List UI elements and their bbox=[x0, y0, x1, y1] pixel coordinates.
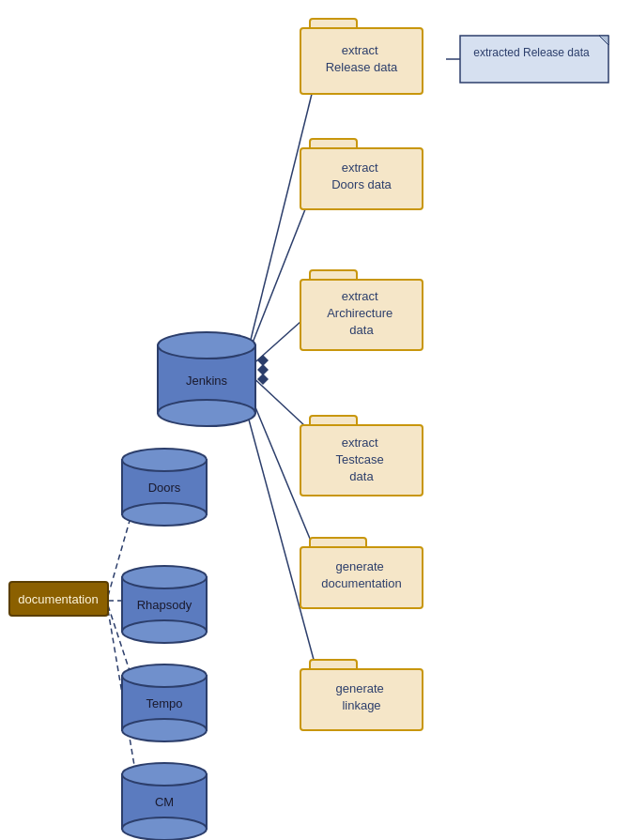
svg-point-20 bbox=[122, 449, 207, 471]
svg-rect-4 bbox=[460, 36, 608, 83]
svg-point-17 bbox=[158, 332, 255, 359]
svg-point-23 bbox=[122, 566, 207, 588]
cylinder-rhapsody-label: Rhapsody bbox=[137, 598, 192, 612]
cylinder-doors-label: Doors bbox=[148, 481, 181, 495]
svg-point-24 bbox=[122, 620, 207, 643]
note-extracted-release: extracted Release data bbox=[460, 36, 608, 83]
cylinder-cm: CM bbox=[122, 763, 207, 840]
architecture-diagram: extract Release data extracted Release d… bbox=[0, 0, 631, 840]
svg-point-30 bbox=[122, 817, 207, 840]
folder-extract-arch: extract Archirecture data bbox=[300, 270, 423, 350]
doc-box: documentation bbox=[9, 582, 108, 616]
folder-extract-testcase: extract Testcase data bbox=[300, 416, 423, 496]
folder-extract-doors: extract Doors data bbox=[300, 139, 423, 209]
cylinder-jenkins-label: Jenkins bbox=[186, 374, 228, 388]
svg-point-29 bbox=[122, 763, 207, 786]
svg-point-27 bbox=[122, 719, 207, 741]
cylinder-doors: Doors bbox=[122, 449, 207, 526]
note-extracted-release-label: extracted Release data bbox=[473, 46, 590, 59]
cylinder-tempo: Tempo bbox=[122, 664, 207, 741]
folder-gen-linkage: generate linkage bbox=[300, 660, 423, 730]
doc-box-label: documentation bbox=[18, 592, 98, 606]
cylinder-rhapsody: Rhapsody bbox=[122, 566, 207, 643]
svg-point-21 bbox=[122, 503, 207, 526]
svg-point-26 bbox=[122, 664, 207, 687]
folder-extract-release: extract Release data bbox=[300, 19, 423, 94]
cylinder-jenkins: Jenkins bbox=[158, 332, 255, 426]
cylinder-tempo-label: Tempo bbox=[146, 696, 182, 710]
folder-gen-documentation: generate documentation bbox=[300, 538, 423, 608]
svg-point-18 bbox=[158, 400, 255, 426]
cylinder-cm-label: CM bbox=[155, 795, 174, 809]
